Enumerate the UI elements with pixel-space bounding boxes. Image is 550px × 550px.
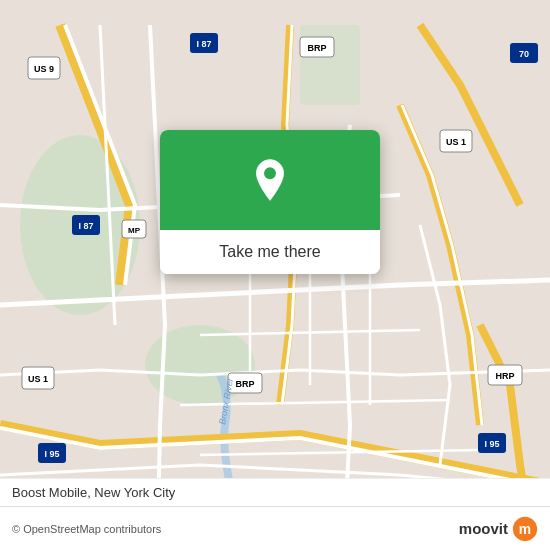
svg-text:US 9: US 9: [34, 64, 54, 74]
bottom-bar: © OpenStreetMap contributors moovit m: [0, 506, 550, 550]
svg-text:US 1: US 1: [28, 374, 48, 384]
svg-point-35: [264, 167, 276, 179]
moovit-logo: moovit m: [459, 516, 538, 542]
svg-text:US 1: US 1: [446, 137, 466, 147]
moovit-text: moovit: [459, 520, 508, 537]
location-text: Boost Mobile, New York City: [12, 485, 175, 500]
svg-text:HRP: HRP: [495, 371, 514, 381]
svg-text:BRP: BRP: [307, 43, 326, 53]
svg-text:I 95: I 95: [44, 449, 59, 459]
svg-text:I 87: I 87: [78, 221, 93, 231]
take-me-there-button[interactable]: Take me there: [160, 230, 380, 274]
popup-green-header: [160, 130, 380, 230]
location-label: Boost Mobile, New York City: [0, 478, 550, 506]
map-background: US 9 I 87 BRP 70 US 1 I 87 MP US 1 BRP I…: [0, 0, 550, 550]
svg-text:m: m: [519, 521, 531, 537]
map-attribution: © OpenStreetMap contributors: [12, 523, 161, 535]
location-pin-icon: [248, 158, 292, 202]
svg-text:70: 70: [519, 49, 529, 59]
map-container[interactable]: US 9 I 87 BRP 70 US 1 I 87 MP US 1 BRP I…: [0, 0, 550, 550]
popup-card: Take me there: [160, 130, 380, 274]
svg-text:I 87: I 87: [196, 39, 211, 49]
moovit-logo-icon: m: [512, 516, 538, 542]
svg-text:BRP: BRP: [235, 379, 254, 389]
take-me-there-label: Take me there: [219, 243, 320, 261]
svg-text:I 95: I 95: [484, 439, 499, 449]
svg-text:MP: MP: [128, 226, 141, 235]
